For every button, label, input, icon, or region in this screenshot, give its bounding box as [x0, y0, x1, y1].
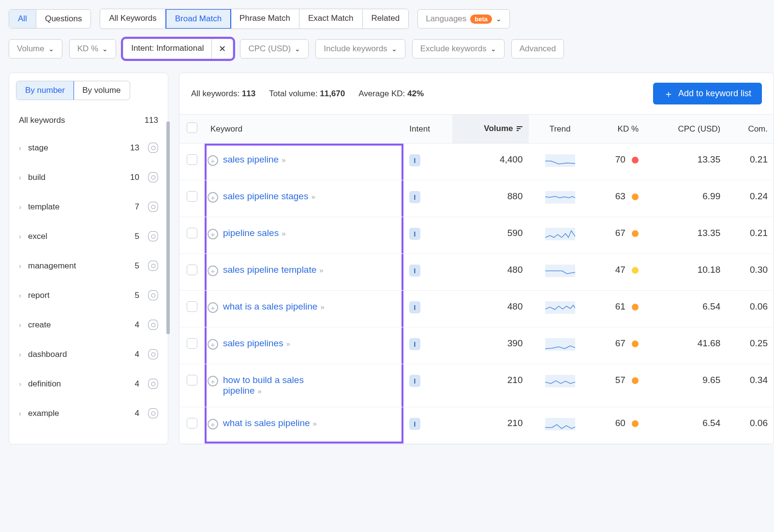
tab-all[interactable]: All: [9, 10, 36, 28]
view-by-volume[interactable]: By volume: [74, 81, 129, 100]
keyword-link[interactable]: pipeline sales: [223, 228, 279, 238]
eye-icon[interactable]: [148, 290, 158, 300]
tab-broad-match[interactable]: Broad Match: [165, 9, 231, 29]
col-trend[interactable]: Trend: [529, 115, 592, 144]
double-chevron-icon[interactable]: »: [258, 387, 262, 395]
expand-icon[interactable]: +: [208, 302, 218, 313]
double-chevron-icon[interactable]: »: [313, 419, 317, 428]
sidebar-item[interactable]: ›stage13: [16, 133, 161, 163]
double-chevron-icon[interactable]: »: [319, 266, 323, 274]
eye-icon[interactable]: [148, 261, 158, 271]
expand-icon[interactable]: +: [208, 229, 218, 239]
cell-com: 0.25: [726, 327, 774, 364]
filter-intent-remove[interactable]: ✕: [212, 39, 233, 59]
filter-kd-label: KD %: [77, 44, 98, 54]
view-by-number[interactable]: By number: [16, 81, 74, 100]
svg-rect-2: [545, 228, 575, 240]
keyword-link[interactable]: how to build a sales pipeline: [223, 375, 304, 396]
sidebar-item[interactable]: ›report5: [16, 281, 161, 310]
scrollbar-thumb[interactable]: [166, 121, 170, 334]
sidebar-item[interactable]: ›example4: [16, 399, 161, 428]
row-checkbox[interactable]: [187, 375, 197, 385]
keyword-link[interactable]: sales pipeline stages: [223, 191, 308, 201]
filter-volume[interactable]: Volume⌄: [9, 39, 62, 59]
double-chevron-icon[interactable]: »: [286, 340, 290, 348]
cell-volume: 4,400: [452, 144, 529, 180]
sidebar-item[interactable]: ›definition4: [16, 369, 161, 399]
col-kd[interactable]: KD %: [592, 115, 645, 144]
sidebar-item[interactable]: ›build10: [16, 163, 161, 192]
expand-icon[interactable]: +: [208, 155, 218, 166]
sidebar-item[interactable]: ›management5: [16, 251, 161, 281]
expand-icon[interactable]: +: [208, 339, 218, 350]
filter-kd[interactable]: KD %⌄: [69, 39, 116, 59]
row-checkbox[interactable]: [187, 301, 197, 312]
keyword-link[interactable]: sales pipeline: [223, 154, 279, 164]
filter-exclude[interactable]: Exclude keywords⌄: [412, 39, 505, 59]
sidebar-item-count: 5: [135, 232, 139, 241]
sidebar-item-label: example: [28, 409, 128, 418]
cell-volume: 390: [452, 327, 529, 364]
add-to-keyword-list-button[interactable]: ＋Add to keyword list: [653, 83, 762, 104]
keyword-link[interactable]: sales pipelines: [223, 338, 283, 348]
row-checkbox[interactable]: [187, 228, 197, 238]
sidebar-item-label: stage: [28, 143, 123, 153]
cell-kd: 63: [592, 180, 645, 217]
eye-icon[interactable]: [148, 202, 158, 212]
filter-advanced[interactable]: Advanced: [511, 39, 565, 59]
col-intent[interactable]: Intent: [403, 115, 452, 144]
eye-icon[interactable]: [148, 172, 158, 182]
select-all-checkbox[interactable]: [187, 122, 197, 133]
tab-exact-match[interactable]: Exact Match: [299, 9, 363, 29]
eye-icon[interactable]: [148, 408, 158, 418]
chevron-right-icon: ›: [19, 321, 21, 329]
col-volume[interactable]: Volume: [452, 115, 529, 144]
filter-cpc[interactable]: CPC (USD)⌄: [240, 39, 309, 59]
sidebar-item[interactable]: ›create4: [16, 310, 161, 340]
row-checkbox[interactable]: [187, 154, 197, 165]
eye-icon[interactable]: [148, 349, 158, 359]
eye-icon[interactable]: [148, 379, 158, 389]
chevron-down-icon: ⌄: [48, 45, 54, 53]
double-chevron-icon[interactable]: »: [282, 229, 285, 237]
tab-all-keywords[interactable]: All Keywords: [100, 9, 165, 29]
row-checkbox[interactable]: [187, 191, 197, 202]
keyword-link[interactable]: what is sales pipeline: [223, 418, 310, 428]
eye-icon[interactable]: [148, 143, 158, 153]
kd-dot-icon: [632, 267, 639, 274]
double-chevron-icon[interactable]: »: [282, 156, 285, 164]
tab-questions[interactable]: Questions: [36, 10, 91, 28]
tab-phrase-match[interactable]: Phrase Match: [231, 9, 299, 29]
keyword-link[interactable]: sales pipeline template: [223, 265, 316, 275]
sidebar-item-count: 5: [135, 261, 139, 271]
row-checkbox[interactable]: [187, 418, 197, 429]
filter-include[interactable]: Include keywords⌄: [315, 39, 405, 59]
cell-cpc: 6.54: [644, 291, 726, 327]
sidebar-header-count: 113: [145, 116, 158, 125]
col-com[interactable]: Com.: [726, 115, 774, 144]
sidebar-item[interactable]: ›excel5: [16, 222, 161, 251]
row-checkbox[interactable]: [187, 265, 197, 275]
tab-related[interactable]: Related: [363, 9, 409, 29]
double-chevron-icon[interactable]: »: [311, 192, 315, 201]
double-chevron-icon[interactable]: »: [320, 303, 324, 311]
keyword-link[interactable]: what is a sales pipeline: [223, 301, 317, 311]
chevron-right-icon: ›: [19, 291, 21, 299]
row-checkbox[interactable]: [187, 338, 197, 349]
sidebar-item[interactable]: ›template7: [16, 192, 161, 222]
filter-intent-label[interactable]: Intent: Informational: [123, 39, 212, 59]
sidebar-item[interactable]: ›dashboard4: [16, 340, 161, 369]
cell-cpc: 10.18: [644, 254, 726, 291]
expand-icon[interactable]: +: [208, 419, 218, 429]
expand-icon[interactable]: +: [208, 376, 218, 386]
col-keyword[interactable]: Keyword: [205, 115, 403, 144]
expand-icon[interactable]: +: [208, 266, 218, 276]
col-cpc[interactable]: CPC (USD): [644, 115, 726, 144]
languages-dropdown[interactable]: Languages beta ⌄: [417, 9, 510, 29]
eye-icon[interactable]: [148, 320, 158, 330]
expand-icon[interactable]: +: [208, 192, 218, 203]
chevron-down-icon: ⌄: [491, 45, 496, 53]
chevron-down-icon: ⌄: [102, 45, 108, 53]
sidebar-header-label: All keywords: [19, 116, 65, 125]
eye-icon[interactable]: [148, 231, 158, 241]
